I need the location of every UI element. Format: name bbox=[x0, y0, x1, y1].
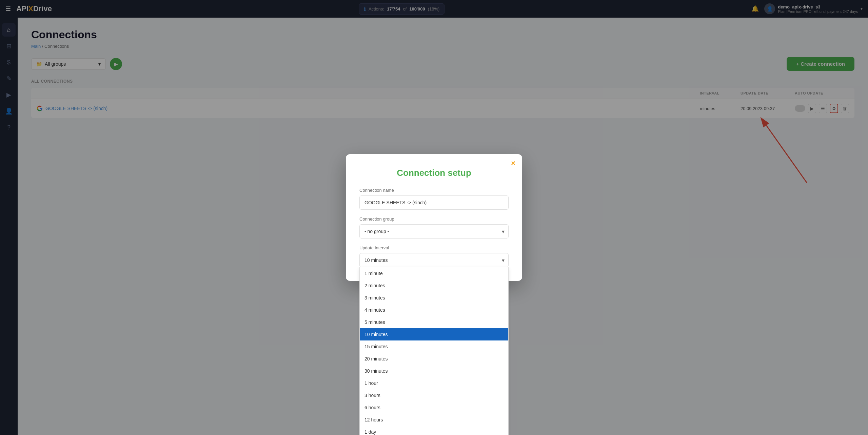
dropdown-item-2_minutes[interactable]: 2 minutes bbox=[360, 279, 508, 292]
dropdown-item-1_hour[interactable]: 1 hour bbox=[360, 377, 508, 389]
update-interval-label: Update interval bbox=[359, 245, 509, 250]
dropdown-item-12_hours[interactable]: 12 hours bbox=[360, 414, 508, 426]
dropdown-item-1_minute[interactable]: 1 minute bbox=[360, 267, 508, 279]
dropdown-item-4_minutes[interactable]: 4 minutes bbox=[360, 304, 508, 316]
dropdown-item-30_minutes[interactable]: 30 minutes bbox=[360, 365, 508, 377]
update-interval-select[interactable]: 10 minutes bbox=[359, 253, 509, 267]
dropdown-item-3_minutes[interactable]: 3 minutes bbox=[360, 292, 508, 304]
interval-dropdown-list: 1 minute2 minutes3 minutes4 minutes5 min… bbox=[359, 267, 509, 435]
dropdown-item-3_hours[interactable]: 3 hours bbox=[360, 389, 508, 401]
connection-group-label: Connection group bbox=[359, 216, 509, 222]
update-interval-container: 10 minutes ▾ 1 minute2 minutes3 minutes4… bbox=[359, 253, 509, 267]
connection-name-input[interactable] bbox=[359, 195, 509, 210]
connection-group-container: - no group - ▾ bbox=[359, 224, 509, 239]
dropdown-item-10_minutes[interactable]: 10 minutes bbox=[360, 328, 508, 340]
dropdown-item-20_minutes[interactable]: 20 minutes bbox=[360, 353, 508, 365]
connection-group-select[interactable]: - no group - bbox=[359, 224, 509, 239]
modal-title: Connection setup bbox=[359, 168, 509, 178]
dropdown-item-15_minutes[interactable]: 15 minutes bbox=[360, 340, 508, 353]
modal-close-button[interactable]: × bbox=[511, 160, 515, 167]
dropdown-item-6_hours[interactable]: 6 hours bbox=[360, 401, 508, 414]
connection-name-label: Connection name bbox=[359, 188, 509, 193]
dropdown-item-5_minutes[interactable]: 5 minutes bbox=[360, 316, 508, 328]
dropdown-item-1_day[interactable]: 1 day bbox=[360, 426, 508, 435]
modal-connection-setup: × Connection setup Connection name Conne… bbox=[346, 154, 522, 281]
modal-overlay[interactable]: × Connection setup Connection name Conne… bbox=[0, 0, 868, 435]
